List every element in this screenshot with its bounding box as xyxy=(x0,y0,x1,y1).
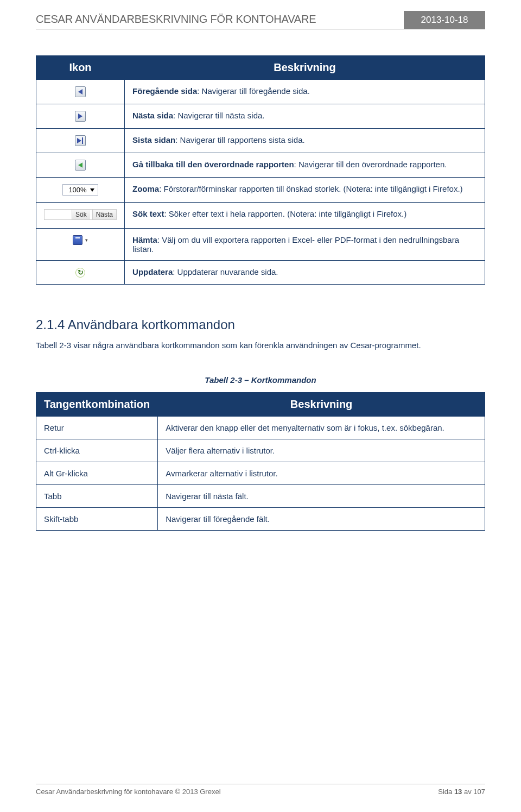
col-desc-header: Beskrivning xyxy=(125,56,485,80)
desc-zoom: Zooma: Förstorar/förminskar rapporten ti… xyxy=(125,178,485,203)
desc-refresh: Uppdatera: Uppdaterar nuvarande sida. xyxy=(125,261,485,285)
key-tab: Tabb xyxy=(36,485,158,508)
document-header: CESAR ANVÄNDARBESKRIVNING FÖR KONTOHAVAR… xyxy=(36,11,485,29)
zoom-control-icon: 100% xyxy=(62,184,98,196)
desc-ctrl: Väljer flera alternativ i listrutor. xyxy=(158,439,485,462)
prev-page-icon xyxy=(75,86,86,97)
key-ctrl-click: Ctrl-klicka xyxy=(36,439,158,462)
doc-title: CESAR ANVÄNDARBESKRIVNING FÖR KONTOHAVAR… xyxy=(36,11,404,29)
key-shift-tab: Skift-tabb xyxy=(36,508,158,531)
section-paragraph: Tabell 2-3 visar några användbara kortko… xyxy=(36,338,485,353)
col-ikon-header: Ikon xyxy=(36,56,125,80)
table-row: Nästa sida: Navigerar till nästa sida. xyxy=(36,104,485,129)
icon-description-table: Ikon Beskrivning Föregående sida: Navige… xyxy=(36,55,485,285)
desc-retur: Aktiverar den knapp eller det menyaltern… xyxy=(158,417,485,439)
desc-next: Nästa sida: Navigerar till nästa sida. xyxy=(125,104,485,129)
table-row: ↻ Uppdatera: Uppdaterar nuvarande sida. xyxy=(36,261,485,285)
table-row: Retur Aktiverar den knapp eller det meny… xyxy=(36,417,485,439)
table-row: 100% Zooma: Förstorar/förminskar rapport… xyxy=(36,178,485,203)
key-altgr-click: Alt Gr-klicka xyxy=(36,462,158,485)
last-page-icon xyxy=(75,135,86,146)
desc-prev: Föregående sida: Navigerar till föregåen… xyxy=(125,80,485,104)
search-control-icon: Sök Nästa xyxy=(44,209,117,220)
table-row: Sista sidan: Navigerar till rapportens s… xyxy=(36,129,485,153)
footer-right: Sida 13 av 107 xyxy=(438,788,485,796)
doc-date: 2013-10-18 xyxy=(404,11,485,29)
desc-altgr: Avmarkerar alternativ i listrutor. xyxy=(158,462,485,485)
col-key-header: Tangentkombination xyxy=(36,393,158,417)
key-retur: Retur xyxy=(36,417,158,439)
export-icon: ▾ xyxy=(73,235,87,245)
table-row: Föregående sida: Navigerar till föregåen… xyxy=(36,80,485,104)
desc-shift-tab: Navigerar till föregående fält. xyxy=(158,508,485,531)
table-row: Sök Nästa Sök text: Söker efter text i h… xyxy=(36,203,485,229)
table-row: Ctrl-klicka Väljer flera alternativ i li… xyxy=(36,439,485,462)
shortcut-table: Tangentkombination Beskrivning Retur Akt… xyxy=(36,392,485,531)
section-heading: 2.1.4 Användbara kortkommandon xyxy=(36,317,485,332)
table-row: Skift-tabb Navigerar till föregående fäl… xyxy=(36,508,485,531)
col-key-desc-header: Beskrivning xyxy=(158,393,485,417)
table-row: Alt Gr-klicka Avmarkerar alternativ i li… xyxy=(36,462,485,485)
table-row: Gå tillbaka till den överordnade rapport… xyxy=(36,153,485,178)
table2-caption: Tabell 2-3 – Kortkommandon xyxy=(36,375,485,385)
refresh-icon: ↻ xyxy=(75,268,85,278)
table-row: Tabb Navigerar till nästa fält. xyxy=(36,485,485,508)
desc-search: Sök text: Söker efter text i hela rappor… xyxy=(125,203,485,229)
parent-report-icon xyxy=(75,160,86,171)
desc-tab: Navigerar till nästa fält. xyxy=(158,485,485,508)
desc-export: Hämta: Välj om du vill exportera rapport… xyxy=(125,229,485,261)
page-footer: Cesar Användarbeskrivning för kontohavar… xyxy=(36,784,485,796)
next-page-icon xyxy=(75,111,86,122)
table-row: ▾ Hämta: Välj om du vill exportera rappo… xyxy=(36,229,485,261)
desc-last: Sista sidan: Navigerar till rapportens s… xyxy=(125,129,485,153)
footer-left: Cesar Användarbeskrivning för kontohavar… xyxy=(36,788,221,796)
desc-parent: Gå tillbaka till den överordnade rapport… xyxy=(125,153,485,178)
